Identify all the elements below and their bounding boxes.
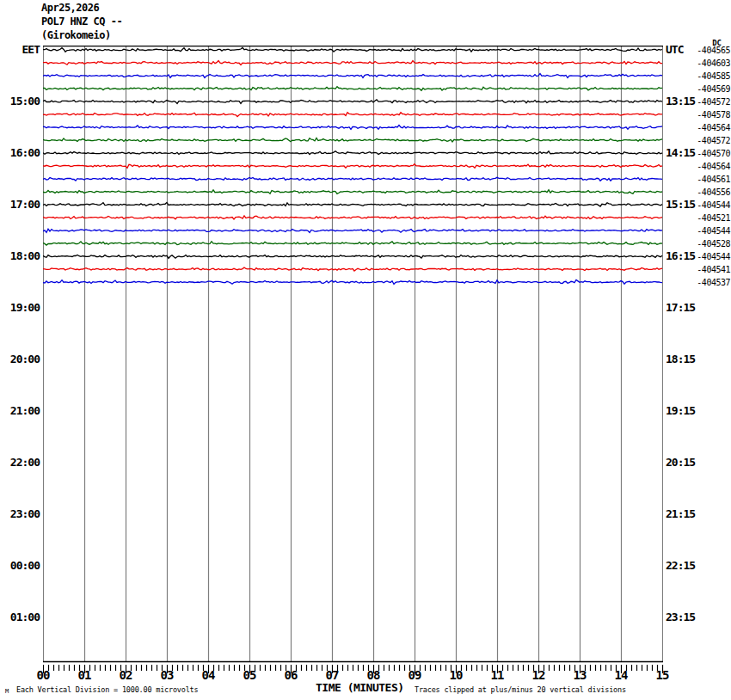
dc-value-row-3: -404585	[697, 71, 730, 81]
record-date: Apr25,2026	[41, 2, 99, 14]
utc-hour-label-1315: 13:15	[666, 95, 695, 107]
x-tick-label-14: 14	[615, 668, 628, 682]
dc-value-row-7: -404564	[697, 123, 730, 132]
eet-hour-label-1600: 16:00	[0, 147, 40, 159]
dc-value-row-10: -404564	[697, 162, 730, 171]
station-location: (Girokomeio)	[41, 29, 111, 41]
x-tick-label-13: 13	[574, 668, 587, 682]
dc-value-row-13: -404544	[697, 200, 730, 210]
trace-row-19	[43, 280, 662, 285]
dc-value-row-16: -404528	[697, 239, 730, 249]
ticks-svg	[43, 665, 664, 675]
x-tick-label-12: 12	[532, 668, 545, 682]
helicorder-page: { "header": { "date": "Apr25,2026", "sta…	[0, 0, 731, 700]
trace-row-7	[43, 126, 662, 130]
x-tick-label-11: 11	[491, 668, 504, 682]
eet-hour-label-2300: 23:00	[0, 508, 40, 520]
utc-hour-label-UTC: UTC	[666, 44, 683, 56]
corner-watermark: M	[5, 688, 9, 695]
x-tick-label-04: 04	[202, 668, 215, 682]
dc-value-row-15: -404544	[697, 226, 730, 236]
utc-hour-label-1715: 17:15	[666, 302, 695, 314]
trace-row-12	[43, 190, 662, 194]
x-axis-title: TIME (MINUTES)	[316, 681, 404, 694]
x-tick-label-10: 10	[450, 668, 463, 682]
dc-value-row-11: -404561	[697, 175, 730, 184]
dc-value-row-5: -404572	[697, 97, 730, 107]
dc-value-row-17: -404544	[697, 252, 730, 261]
utc-hour-label-1815: 18:15	[666, 353, 695, 365]
trace-row-9	[43, 151, 662, 155]
dc-value-row-18: -404541	[697, 265, 730, 274]
eet-hour-label-1700: 17:00	[0, 199, 40, 211]
eet-hour-label-1900: 19:00	[0, 302, 40, 314]
utc-hour-label-1415: 14:15	[666, 147, 695, 159]
dc-value-row-6: -404578	[697, 110, 730, 120]
trace-row-11	[43, 177, 662, 181]
eet-hour-label-EET: EET	[0, 44, 40, 56]
utc-hour-label-1915: 19:15	[666, 405, 695, 417]
utc-hour-label-2315: 23:15	[666, 611, 695, 623]
eet-hour-label-1800: 18:00	[0, 250, 40, 262]
clipping-note: Traces clipped at plus/minus 20 vertical…	[415, 685, 626, 694]
x-tick-label-09: 09	[408, 668, 421, 682]
trace-row-6	[43, 113, 662, 117]
vertical-division-note: Each Vertical Division = 1000.00 microvo…	[16, 685, 198, 694]
utc-hour-label-2215: 22:15	[666, 560, 695, 572]
eet-hour-label-0000: 00:00	[0, 560, 40, 572]
station-channel-title: POL7 HNZ CQ --	[41, 15, 122, 28]
x-tick-label-08: 08	[367, 668, 380, 682]
dc-value-row-8: -404572	[697, 136, 730, 145]
trace-row-17	[43, 255, 662, 259]
trace-row-2	[43, 61, 662, 65]
dc-value-row-19: -404537	[697, 278, 730, 287]
trace-row-10	[43, 164, 662, 169]
helicorder-plot-area	[43, 46, 662, 662]
x-tick-label-06: 06	[285, 668, 298, 682]
plot-svg	[43, 46, 663, 663]
trace-row-3	[43, 74, 662, 78]
utc-hour-label-1615: 16:15	[666, 250, 695, 262]
trace-row-18	[43, 267, 662, 271]
trace-row-1	[43, 48, 662, 52]
dc-value-row-14: -404521	[697, 213, 730, 223]
dc-value-row-1: -404565	[697, 46, 730, 55]
trace-row-8	[43, 138, 662, 142]
eet-hour-label-2000: 20:00	[0, 353, 40, 365]
trace-row-14	[43, 216, 662, 219]
eet-hour-label-1500: 15:00	[0, 95, 40, 107]
eet-hour-label-0100: 01:00	[0, 611, 40, 623]
dc-value-row-2: -404603	[697, 58, 730, 68]
trace-row-13	[43, 203, 662, 207]
x-tick-label-01: 01	[78, 668, 91, 682]
x-tick-label-02: 02	[120, 668, 132, 682]
dc-value-row-12: -404556	[697, 187, 730, 197]
x-tick-label-07: 07	[326, 668, 339, 682]
dc-value-row-9: -404570	[697, 149, 730, 158]
x-tick-label-15: 15	[656, 668, 669, 682]
eet-hour-label-2200: 22:00	[0, 457, 40, 469]
x-tick-label-00: 00	[37, 668, 50, 682]
utc-hour-label-2015: 20:15	[666, 457, 695, 469]
x-axis-ticks	[43, 662, 664, 679]
trace-row-16	[43, 242, 662, 245]
utc-hour-label-1515: 15:15	[666, 199, 695, 211]
trace-row-15	[43, 229, 662, 232]
utc-hour-label-2115: 21:15	[666, 508, 695, 520]
trace-row-5	[43, 100, 662, 104]
x-tick-label-05: 05	[243, 668, 256, 682]
x-tick-label-03: 03	[161, 668, 174, 682]
trace-row-4	[43, 87, 662, 91]
dc-value-row-4: -404569	[697, 84, 730, 94]
eet-hour-label-2100: 21:00	[0, 405, 40, 417]
